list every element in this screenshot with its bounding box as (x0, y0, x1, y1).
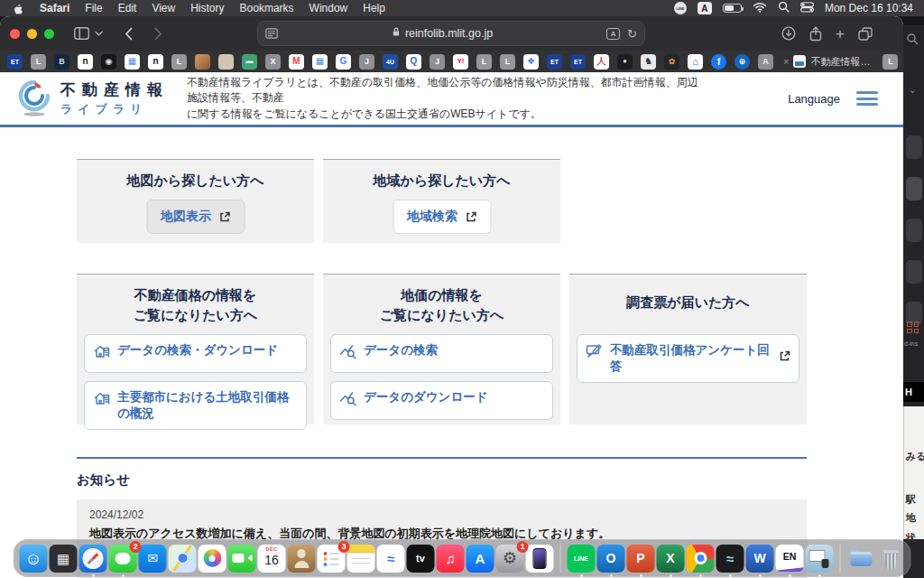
menu-safari[interactable]: Safari (40, 2, 69, 14)
dock-facetime[interactable] (228, 545, 256, 573)
menu-window[interactable]: Window (310, 2, 348, 14)
site-logo[interactable]: 不動産情報 ライブラリ (16, 79, 169, 117)
menu-file[interactable]: File (85, 2, 102, 14)
bookmark-gmail[interactable]: M (289, 54, 304, 70)
menu-clock[interactable]: Mon Dec 16 10:34 (825, 2, 913, 14)
card-2-button-0[interactable]: 不動産取引価格アンケート回答 (577, 334, 799, 383)
menu-history[interactable]: History (190, 2, 224, 14)
bookmark-figure[interactable]: 人 (594, 54, 609, 70)
bookmark-et3[interactable]: ET (570, 54, 586, 70)
dock-preview[interactable] (806, 545, 834, 573)
apple-menu-icon[interactable] (13, 3, 24, 14)
dock-downloads-folder[interactable] (847, 545, 875, 573)
reader-icon[interactable] (265, 28, 278, 39)
dock-word[interactable]: W (746, 545, 774, 573)
card-1-button-1[interactable]: データのダウンロード (330, 381, 553, 420)
bookmark-dark-cam[interactable]: ◉ (101, 54, 116, 70)
line-status-icon[interactable]: LINE (674, 2, 687, 14)
card-0-button-0[interactable]: データの検索・ダウンロード (84, 334, 307, 373)
hamburger-menu-icon[interactable] (856, 91, 878, 106)
dock-trash[interactable] (877, 545, 905, 573)
bookmark-blue-circle[interactable]: ⊕ (735, 54, 750, 70)
close-window-button[interactable] (10, 29, 20, 39)
input-source-icon[interactable]: A (698, 2, 712, 14)
control-center-icon[interactable] (800, 2, 814, 15)
translate-icon[interactable]: A (606, 28, 620, 40)
dock-finder[interactable]: ☺ (20, 545, 48, 573)
dock-waveform-app[interactable]: ≈ (716, 545, 744, 573)
bookmark-et2[interactable]: ET (547, 54, 562, 70)
dock-en-input[interactable]: EN (776, 545, 804, 573)
bookmark-a[interactable]: A (758, 54, 773, 70)
sidebar-toggle-button[interactable] (74, 27, 89, 40)
forward-button[interactable] (154, 27, 162, 41)
sidebar-chevron-icon[interactable] (95, 31, 103, 36)
bookmark-circle-dark[interactable]: ● (617, 54, 633, 70)
bookmark-card[interactable]: ▬ (242, 54, 257, 70)
bookmark-l1[interactable]: L (31, 54, 46, 70)
bookmark-l3[interactable]: L (476, 54, 492, 70)
dock-photos[interactable] (199, 545, 226, 573)
bookmark-yahoo[interactable]: Y! (453, 54, 468, 70)
menu-view[interactable]: View (152, 2, 175, 14)
bookmark-4u[interactable]: 4U (383, 54, 398, 70)
region-search-button[interactable]: 地域検索 (393, 200, 491, 234)
dock-messages[interactable]: 2 (109, 545, 137, 573)
bookmark-et[interactable]: ET (7, 54, 23, 70)
dock-maps[interactable] (169, 545, 197, 573)
bookmark-calc2[interactable]: ▦ (312, 54, 328, 70)
dock-line[interactable]: LINE (568, 545, 596, 573)
background-window[interactable]: ⌄ d-ins H みる駅地状 (903, 25, 924, 578)
dock-launchpad[interactable]: ▦ (50, 545, 78, 573)
dock-music[interactable]: ♫ (437, 545, 465, 573)
bookmark-notion1[interactable]: n (78, 54, 93, 70)
dock-powerpoint[interactable]: P (627, 545, 655, 573)
active-tab[interactable]: × 不動産情報… (783, 55, 870, 69)
battery-icon[interactable] (723, 4, 742, 13)
map-display-button[interactable]: 地図表示 (146, 200, 245, 234)
new-tab-button[interactable]: + (836, 26, 845, 42)
bookmark-b[interactable]: B (54, 54, 69, 70)
dock-app-store[interactable]: A (467, 545, 494, 573)
dock-iphone-mirroring[interactable] (526, 545, 554, 573)
bookmark-colorful[interactable]: ✿ (664, 54, 679, 70)
menu-edit[interactable]: Edit (118, 2, 137, 14)
downloads-icon[interactable] (781, 26, 796, 41)
card-1-button-0[interactable]: データの検索 (330, 334, 553, 373)
bookmark-calc1[interactable]: ▦ (125, 54, 140, 70)
dock-contacts[interactable] (288, 545, 316, 573)
dock-safari[interactable] (79, 545, 107, 573)
bookmark-cat[interactable]: ♞ (641, 54, 656, 70)
bookmark-facebook[interactable]: f (711, 54, 726, 70)
bookmark-l5[interactable]: L (882, 54, 898, 70)
dock-mail[interactable]: ✉ (139, 545, 167, 573)
dock-outlook[interactable]: O (597, 545, 625, 573)
bookmark-google[interactable]: G (336, 54, 351, 70)
dock-chrome[interactable] (687, 545, 715, 573)
menu-help[interactable]: Help (363, 2, 385, 14)
menu-bookmarks[interactable]: Bookmarks (240, 2, 294, 14)
address-bar[interactable]: reinfolib.mlit.go.jp A ↻ (257, 21, 645, 46)
bookmark-j2[interactable]: J (430, 54, 445, 70)
dock-apple-tv[interactable]: tv (407, 545, 435, 573)
bookmark-q[interactable]: Q (406, 54, 421, 70)
tab-overview-button[interactable] (858, 27, 873, 41)
language-button[interactable]: Language (788, 92, 840, 106)
dock-freeform[interactable]: ≈ (377, 545, 405, 573)
bookmark-beige[interactable] (218, 54, 234, 70)
bookmark-notion2[interactable]: n (148, 54, 163, 70)
minimize-window-button[interactable] (27, 29, 37, 39)
bookmark-j1[interactable]: J (359, 54, 374, 70)
bookmark-house[interactable]: ⌂ (688, 54, 703, 70)
reload-icon[interactable]: ↻ (627, 27, 637, 41)
bookmark-pinwheel[interactable]: ❖ (523, 54, 539, 70)
bookmark-x[interactable]: X (265, 54, 281, 70)
bookmark-l4[interactable]: L (500, 54, 515, 70)
spotlight-icon[interactable] (778, 1, 790, 15)
bookmark-photo[interactable] (195, 54, 210, 70)
dock-calendar[interactable]: DEC16 (258, 545, 286, 573)
dock-notes[interactable] (347, 545, 375, 573)
card-0-button-1[interactable]: 主要都市における土地取引価格の概況 (84, 381, 307, 430)
dock-system-settings[interactable]: ⚙1 (496, 545, 524, 573)
dock-reminders[interactable]: 3 (318, 545, 346, 573)
